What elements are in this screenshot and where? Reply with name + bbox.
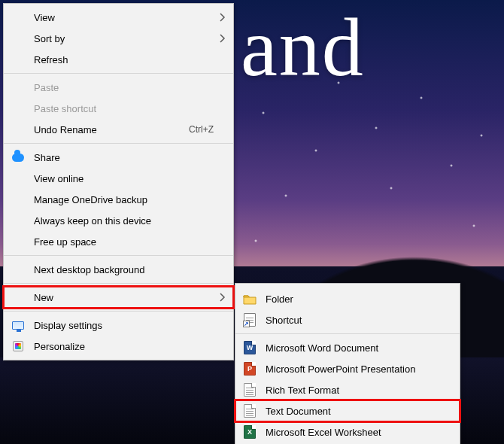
menu-item-share[interactable]: Share xyxy=(4,147,233,168)
menu-item-paste-shortcut: Paste shortcut xyxy=(4,98,233,119)
new-item-folder[interactable]: Folder xyxy=(235,288,460,309)
menu-item-label: Paste xyxy=(34,82,214,93)
excel-file-icon: X xyxy=(243,425,257,439)
menu-item-label: Text Document xyxy=(266,406,440,417)
menu-item-paste: Paste xyxy=(4,77,233,98)
menu-item-label: New xyxy=(34,292,214,303)
shortcut-file-icon: ↗ xyxy=(243,313,257,327)
menu-item-label: Personalize xyxy=(34,341,214,352)
menu-item-label: Undo Rename xyxy=(34,124,177,135)
new-item-rich-text-format[interactable]: Rich Text Format xyxy=(235,379,460,400)
menu-item-display-settings[interactable]: Display settings xyxy=(4,315,233,336)
menu-item-refresh[interactable]: Refresh xyxy=(4,49,233,70)
paint-icon xyxy=(11,339,25,353)
menu-item-label: Rich Text Format xyxy=(266,385,440,396)
new-item-text-document[interactable]: Text Document xyxy=(235,400,460,421)
new-item-microsoft-powerpoint-presentation[interactable]: PMicrosoft PowerPoint Presentation xyxy=(235,358,460,379)
menu-item-next-desktop-background[interactable]: Next desktop background xyxy=(4,259,233,280)
new-item-microsoft-word-document[interactable]: WMicrosoft Word Document xyxy=(235,337,460,358)
menu-item-accelerator: Ctrl+Z xyxy=(189,124,214,135)
menu-item-label: View online xyxy=(34,173,214,184)
menu-item-label: Microsoft Excel Worksheet xyxy=(266,427,440,438)
menu-item-label: Display settings xyxy=(34,320,214,331)
menu-item-label: Microsoft Word Document xyxy=(266,342,440,354)
ppt-file-icon: P xyxy=(243,362,257,376)
menu-item-label: Manage OneDrive backup xyxy=(34,194,214,205)
chevron-right-icon xyxy=(220,34,226,43)
menu-item-view[interactable]: View xyxy=(4,7,233,28)
menu-item-label: Free up space xyxy=(34,236,214,248)
menu-separator xyxy=(4,311,233,312)
chevron-right-icon xyxy=(220,13,226,22)
folder-file-icon xyxy=(243,292,257,306)
monitor-icon xyxy=(11,318,25,332)
menu-item-label: Share xyxy=(34,152,214,163)
menu-item-manage-onedrive-backup[interactable]: Manage OneDrive backup xyxy=(4,189,233,210)
menu-item-label: Always keep on this device xyxy=(34,215,214,227)
menu-item-label: Sort by xyxy=(34,33,214,44)
wallpaper-script-text: and xyxy=(241,0,365,96)
menu-item-free-up-space[interactable]: Free up space xyxy=(4,231,233,252)
desktop-context-menu: ViewSort byRefreshPastePaste shortcutUnd… xyxy=(3,3,234,360)
menu-item-new[interactable]: New xyxy=(4,287,233,308)
txt-file-icon xyxy=(243,404,257,418)
menu-item-label: Next desktop background xyxy=(34,264,214,275)
rtf-file-icon xyxy=(243,383,257,397)
new-item-microsoft-excel-worksheet[interactable]: XMicrosoft Excel Worksheet xyxy=(235,421,460,442)
chevron-right-icon xyxy=(220,293,226,302)
new-submenu: Folder↗ShortcutWMicrosoft Word DocumentP… xyxy=(235,283,460,444)
menu-separator xyxy=(4,73,233,74)
menu-item-label: Shortcut xyxy=(266,315,440,326)
menu-separator xyxy=(4,283,233,284)
menu-item-label: Refresh xyxy=(34,54,214,65)
cloud-icon xyxy=(11,151,25,164)
word-file-icon: W xyxy=(243,341,257,354)
menu-separator xyxy=(4,255,233,256)
menu-item-view-online[interactable]: View online xyxy=(4,168,233,189)
menu-item-label: View xyxy=(34,12,214,23)
menu-item-sort-by[interactable]: Sort by xyxy=(4,28,233,49)
menu-item-personalize[interactable]: Personalize xyxy=(4,336,233,357)
menu-item-label: Folder xyxy=(266,293,440,305)
new-item-shortcut[interactable]: ↗Shortcut xyxy=(235,309,460,330)
menu-item-always-keep-on-this-device[interactable]: Always keep on this device xyxy=(4,210,233,231)
menu-separator xyxy=(235,333,460,334)
menu-item-label: Paste shortcut xyxy=(34,103,214,114)
menu-separator xyxy=(4,143,233,144)
menu-item-label: Microsoft PowerPoint Presentation xyxy=(266,363,440,375)
menu-item-undo-rename[interactable]: Undo RenameCtrl+Z xyxy=(4,119,233,140)
